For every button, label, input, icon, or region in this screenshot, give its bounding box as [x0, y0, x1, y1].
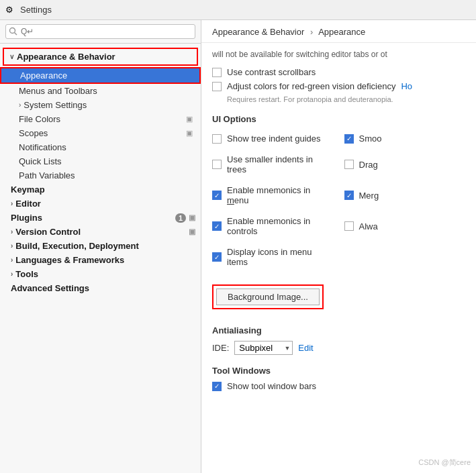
title-bar-text: Settings — [20, 5, 52, 15]
tree-indent-checkbox[interactable] — [212, 134, 222, 144]
search-box — [0, 20, 201, 44]
content-area: Appearance & Behavior › Appearance will … — [201, 20, 476, 473]
smooth-label: Smoo — [359, 134, 382, 144]
tree-indent-row: Show tree indent guides — [212, 134, 334, 144]
alwa-row: Alwa — [344, 216, 466, 236]
smaller-indents-label: Use smaller indents in trees — [227, 154, 334, 174]
plugins-badge: 1 — [175, 213, 186, 223]
display-icons-checkbox[interactable] — [212, 252, 222, 262]
background-image-btn-wrapper: Background Image... — [212, 284, 324, 309]
smaller-indents-row: Use smaller indents in trees — [212, 154, 334, 174]
nav-item-label: Path Variables — [19, 170, 75, 180]
tree-indent-label: Show tree indent guides — [227, 134, 320, 144]
section-label: Appearance & Behavior — [17, 52, 115, 62]
title-bar: ⚙ Settings — [0, 0, 476, 20]
nav-item-label: Version Control — [15, 227, 81, 237]
sidebar-nav: ∨ Appearance & Behavior Appearance Menus… — [0, 44, 201, 298]
truncated-note: will not be available for switching edit… — [212, 50, 465, 59]
sidebar-section-appearance-behavior[interactable]: ∨ Appearance & Behavior — [3, 48, 198, 66]
show-tool-window-bars-label: Show tool window bars — [227, 381, 316, 391]
sidebar-item-editor[interactable]: › Editor — [0, 197, 201, 211]
layout-icon: ▣ — [186, 115, 193, 123]
mnemonics-menu-label: Enable mnemonics in menu — [227, 185, 334, 205]
mnemonics-menu-checkbox[interactable] — [212, 191, 222, 200]
breadcrumb-page: Appearance — [318, 27, 365, 37]
mnemonics-controls-checkbox[interactable] — [212, 221, 222, 231]
antialiasing-select[interactable]: None Grayscale Subpixel — [234, 341, 293, 355]
alwa-label: Alwa — [359, 221, 378, 231]
antialiasing-section: Antialiasing IDE: None Grayscale Subpixe… — [212, 325, 465, 355]
settings-icon: ⚙ — [5, 5, 16, 15]
antialiasing-title: Antialiasing — [212, 325, 465, 335]
sidebar-item-path-variables[interactable]: Path Variables — [0, 168, 201, 182]
main-layout: ∨ Appearance & Behavior Appearance Menus… — [0, 20, 476, 473]
sidebar-item-quick-lists[interactable]: Quick Lists — [0, 154, 201, 168]
expand-arrow-icon: › — [11, 228, 13, 235]
sidebar: ∨ Appearance & Behavior Appearance Menus… — [0, 20, 201, 473]
display-icons-label: Display icons in menu items — [227, 247, 334, 267]
nav-item-label: Tools — [15, 269, 38, 279]
contrast-scrollbars-label: Use contrast scrollbars — [227, 67, 316, 77]
sidebar-item-version-control[interactable]: › Version Control ▣ — [0, 225, 201, 239]
sidebar-item-build-execution[interactable]: › Build, Execution, Deployment — [0, 239, 201, 253]
merge-label: Merg — [359, 191, 379, 201]
nav-item-label: Languages & Frameworks — [15, 255, 124, 265]
sidebar-item-plugins[interactable]: Plugins 1 ▣ — [0, 211, 201, 225]
mnemonics-menu-row: Enable mnemonics in menu — [212, 185, 334, 205]
sidebar-item-keymap[interactable]: Keymap — [0, 182, 201, 197]
nav-item-label: Appearance — [20, 70, 67, 81]
sidebar-item-scopes[interactable]: Scopes ▣ — [0, 126, 201, 140]
sidebar-item-advanced-settings[interactable]: Advanced Settings — [0, 281, 201, 295]
sidebar-item-file-colors[interactable]: File Colors ▣ — [0, 112, 201, 126]
expand-arrow-icon: › — [19, 101, 21, 109]
antialiasing-row: IDE: None Grayscale Subpixel Edit — [212, 341, 465, 355]
nav-item-label: Keymap — [11, 185, 45, 195]
color-deficiency-label: Adjust colors for red-green vision defic… — [227, 81, 395, 91]
breadcrumb: Appearance & Behavior › Appearance — [201, 20, 476, 43]
expand-arrow-icon: › — [11, 242, 13, 250]
sidebar-item-appearance[interactable]: Appearance — [0, 67, 201, 84]
antialiasing-edit-link[interactable]: Edit — [298, 343, 313, 353]
expand-arrow-icon: › — [11, 270, 13, 278]
sidebar-item-notifications[interactable]: Notifications — [0, 140, 201, 154]
sidebar-item-languages-frameworks[interactable]: › Languages & Frameworks — [0, 253, 201, 267]
nav-item-label: System Settings — [23, 100, 87, 110]
ui-options-grid: Show tree indent guides Smoo Use smaller… — [212, 129, 465, 271]
mnemonics-controls-row: Enable mnemonics in controls — [212, 216, 334, 236]
drag-checkbox[interactable] — [344, 160, 354, 169]
smooth-row: Smoo — [344, 134, 466, 144]
nav-item-label: Notifications — [19, 142, 66, 152]
show-tool-window-bars-checkbox[interactable] — [212, 382, 222, 391]
nav-item-label: Build, Execution, Deployment — [15, 241, 138, 251]
background-image-button[interactable]: Background Image... — [216, 288, 320, 305]
requires-restart-note: Requires restart. For protanopia and deu… — [227, 95, 465, 103]
expand-arrow-icon: › — [11, 200, 13, 207]
nav-item-label: File Colors — [19, 114, 60, 124]
layout-icon: ▣ — [186, 129, 193, 138]
drag-label: Drag — [359, 160, 378, 170]
subpixel-select-wrapper: None Grayscale Subpixel — [234, 341, 293, 355]
smaller-indents-checkbox[interactable] — [212, 160, 222, 169]
content-body: will not be available for switching edit… — [201, 43, 476, 409]
merge-checkbox[interactable] — [344, 191, 354, 200]
search-input[interactable] — [5, 24, 195, 39]
sidebar-item-tools[interactable]: › Tools — [0, 267, 201, 281]
nav-item-label: Advanced Settings — [11, 283, 89, 293]
tool-windows-section: Tool Windows Show tool window bars — [212, 366, 465, 391]
alwa-checkbox[interactable] — [344, 221, 354, 231]
layout-icon: ▣ — [189, 213, 195, 222]
color-deficiency-link[interactable]: Ho — [401, 81, 412, 91]
nav-item-label: Menus and Toolbars — [19, 86, 97, 96]
color-deficiency-checkbox[interactable] — [212, 82, 222, 91]
smooth-checkbox[interactable] — [344, 134, 354, 144]
color-deficiency-row: Adjust colors for red-green vision defic… — [212, 81, 465, 91]
sidebar-item-system-settings[interactable]: › System Settings — [0, 98, 201, 112]
ui-options-title: UI Options — [212, 114, 465, 124]
expand-arrow-icon: › — [11, 256, 13, 264]
sidebar-item-menus-toolbars[interactable]: Menus and Toolbars — [0, 84, 201, 98]
ide-label: IDE: — [212, 343, 229, 353]
mnemonics-controls-label: Enable mnemonics in controls — [227, 216, 334, 236]
tool-windows-title: Tool Windows — [212, 366, 465, 376]
contrast-scrollbars-checkbox[interactable] — [212, 68, 222, 77]
watermark: CSDN @简cere — [418, 458, 471, 468]
